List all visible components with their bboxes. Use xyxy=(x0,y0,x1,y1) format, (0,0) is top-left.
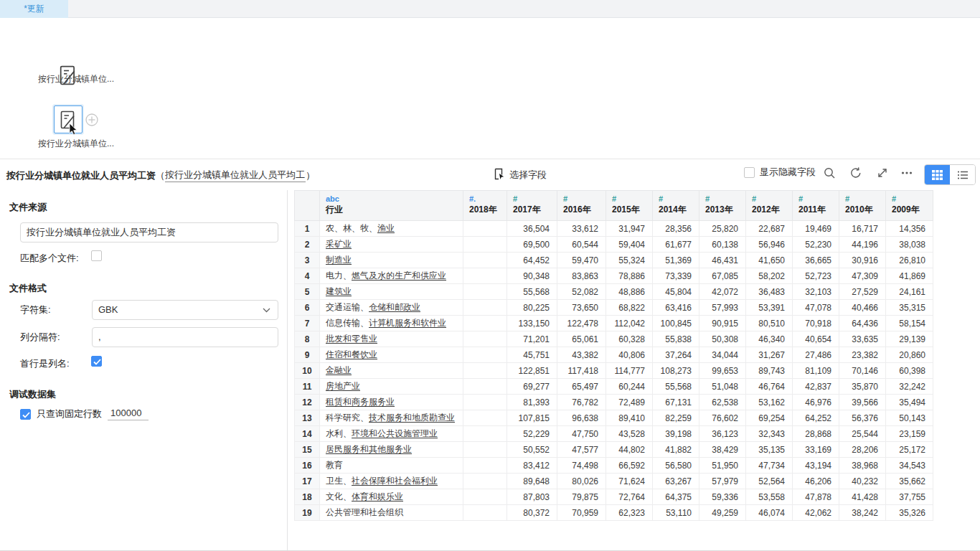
value-cell: 117,418 xyxy=(557,363,606,379)
table-row: 18文化、体育和娱乐业87,80379,87572,76464,37559,33… xyxy=(295,489,933,505)
row-number: 4 xyxy=(295,268,320,284)
industry-link[interactable]: 技术服务和地质勘查业 xyxy=(369,413,455,423)
column-type-icon: # xyxy=(659,194,699,204)
column-header-2010年[interactable]: #2010年 xyxy=(839,191,886,221)
value-cell: 32,242 xyxy=(886,379,933,395)
row-number: 17 xyxy=(295,474,320,489)
row-limit-value[interactable]: 100000 xyxy=(108,408,149,420)
more-options-icon[interactable] xyxy=(900,166,913,179)
industry-link[interactable]: 制造业 xyxy=(326,255,352,265)
industry-link[interactable]: 燃气及水的生产和供应业 xyxy=(352,270,446,281)
value-cell: 35,494 xyxy=(886,395,933,410)
value-cell xyxy=(463,363,507,379)
value-cell: 133,150 xyxy=(507,316,557,331)
industry-link[interactable]: 房地产业 xyxy=(326,381,360,391)
add-node-icon[interactable] xyxy=(85,113,98,129)
industry-link[interactable]: 采矿业 xyxy=(326,239,352,249)
industry-link[interactable]: 租赁和商务服务业 xyxy=(326,397,395,407)
header-row-label: 首行是列名: xyxy=(20,357,70,370)
industry-cell: 居民服务和其他服务业 xyxy=(320,442,463,458)
value-cell: 59,336 xyxy=(699,489,746,505)
industry-link[interactable]: 建筑业 xyxy=(326,286,352,296)
value-cell: 57,979 xyxy=(699,474,746,489)
industry-link[interactable]: 居民服务和其他服务业 xyxy=(326,444,412,454)
column-header-行业[interactable]: abc行业 xyxy=(320,191,463,221)
column-header-2017年[interactable]: #2017年 xyxy=(507,191,557,221)
value-cell: 40,466 xyxy=(839,300,886,316)
column-header-2015年[interactable]: #2015年 xyxy=(606,191,653,221)
value-cell: 43,194 xyxy=(793,458,839,474)
refresh-icon[interactable] xyxy=(849,166,862,179)
charset-select[interactable]: GBK xyxy=(92,300,278,320)
value-cell: 38,242 xyxy=(839,505,886,521)
value-cell: 28,868 xyxy=(793,426,839,442)
row-limit-checkbox[interactable] xyxy=(20,409,31,420)
show-hidden-checkbox[interactable] xyxy=(744,167,755,178)
column-header-2016年[interactable]: #2016年 xyxy=(557,191,606,221)
value-cell: 56,376 xyxy=(839,410,886,426)
value-cell: 58,202 xyxy=(746,268,793,284)
value-cell: 32,343 xyxy=(746,426,793,442)
industry-link[interactable]: 金融业 xyxy=(326,365,352,375)
column-label: 2010年 xyxy=(845,204,885,215)
value-cell: 59,404 xyxy=(606,237,653,253)
grid-view-button[interactable] xyxy=(925,165,950,184)
value-cell xyxy=(463,284,507,300)
dataset-canvas: 按行业分城镇单位... 按行业分城镇单位... xyxy=(0,19,980,159)
tab-update[interactable]: *更新 xyxy=(0,0,68,18)
column-header-2014年[interactable]: #2014年 xyxy=(653,191,699,221)
delimiter-input[interactable]: , xyxy=(92,327,278,347)
value-cell: 90,915 xyxy=(699,316,746,331)
industry-link[interactable]: 批发和零售业 xyxy=(326,334,377,344)
industry-link[interactable]: 体育和娱乐业 xyxy=(352,491,403,501)
value-cell: 47,878 xyxy=(793,489,839,505)
value-cell: 44,196 xyxy=(839,237,886,253)
industry-text: 教育 xyxy=(326,460,343,470)
value-cell xyxy=(463,505,507,521)
value-cell: 46,976 xyxy=(793,395,839,410)
industry-link[interactable]: 渔业 xyxy=(377,223,395,233)
value-cell: 58,154 xyxy=(886,316,933,331)
industry-link[interactable]: 住宿和餐饮业 xyxy=(326,349,377,359)
value-cell: 41,882 xyxy=(653,442,699,458)
column-header-2013年[interactable]: #2013年 xyxy=(699,191,746,221)
value-cell: 30,916 xyxy=(839,253,886,268)
value-cell: 114,777 xyxy=(606,363,653,379)
value-cell: 52,082 xyxy=(557,284,606,300)
column-header-2012年[interactable]: #2012年 xyxy=(746,191,793,221)
column-header-2011年[interactable]: #2011年 xyxy=(793,191,839,221)
table-row: 4电力、燃气及水的生产和供应业90,34883,86378,88673,3396… xyxy=(295,268,933,284)
expand-icon[interactable] xyxy=(876,166,889,179)
industry-cell: 电力、燃气及水的生产和供应业 xyxy=(320,268,463,284)
value-cell: 87,803 xyxy=(507,489,557,505)
file-config-panel: 文件来源 按行业分城镇单位就业人员平均工资 匹配多个文件: 文件格式 字符集: … xyxy=(0,190,287,551)
value-cell: 81,393 xyxy=(507,395,557,410)
table-row: 16教育83,41274,49866,59256,58051,95047,734… xyxy=(295,458,933,474)
industry-link[interactable]: 仓储和邮政业 xyxy=(369,302,420,312)
value-cell: 100,845 xyxy=(653,316,699,331)
select-fields-button[interactable]: 选择字段 xyxy=(494,167,547,183)
page-with-cursor-icon xyxy=(494,168,505,182)
header-row-checkbox[interactable] xyxy=(91,356,102,367)
industry-cell: 教育 xyxy=(320,458,463,474)
column-label: 2013年 xyxy=(705,204,745,215)
industry-link[interactable]: 社会保障和社会福利业 xyxy=(352,476,438,486)
list-view-button[interactable] xyxy=(950,165,975,184)
match-multiple-checkbox[interactable] xyxy=(91,250,102,261)
industry-link[interactable]: 计算机服务和软件业 xyxy=(369,318,446,328)
view-toggle xyxy=(924,164,976,185)
file-source-input[interactable]: 按行业分城镇单位就业人员平均工资 xyxy=(20,222,278,242)
value-cell: 65,497 xyxy=(557,379,606,395)
industry-cell: 住宿和餐饮业 xyxy=(320,347,463,363)
column-header-2018年[interactable]: #.2018年 xyxy=(463,191,507,221)
data-table: abc行业#.2018年#2017年#2016年#2015年#2014年#201… xyxy=(294,190,933,521)
file-format-heading: 文件格式 xyxy=(9,282,47,295)
industry-link[interactable]: 环境和公共设施管理业 xyxy=(352,428,438,438)
search-icon[interactable] xyxy=(823,166,836,179)
column-header-2009年[interactable]: #2009年 xyxy=(886,191,933,221)
row-number: 12 xyxy=(295,395,320,410)
value-cell: 44,802 xyxy=(606,442,653,458)
dataset-name-editable[interactable]: 按行业分城镇单位就业人员平均工资 xyxy=(165,169,306,182)
table-row: 6交通运输、仓储和邮政业80,22573,65068,82263,41657,9… xyxy=(295,300,933,316)
value-cell: 112,042 xyxy=(606,316,653,331)
